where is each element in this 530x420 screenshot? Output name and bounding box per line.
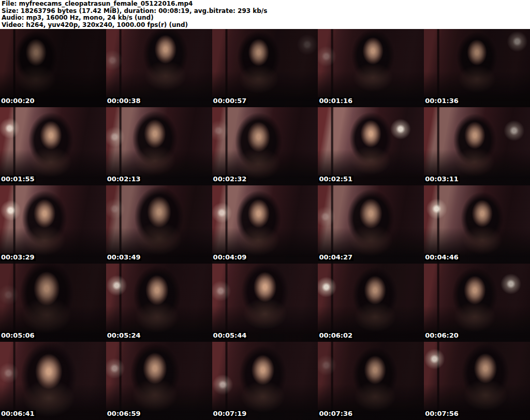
timestamp-label: 00:01:16 xyxy=(318,97,354,105)
thumbnail-image-placeholder xyxy=(0,29,106,107)
video-thumbnail: 00:05:06 xyxy=(0,264,106,342)
thumbnail-image-placeholder xyxy=(212,29,318,107)
video-thumbnail: 00:05:24 xyxy=(106,264,212,342)
thumbnail-image-placeholder xyxy=(424,107,530,185)
timestamp-label: 00:05:24 xyxy=(107,332,142,339)
thumbnail-image-placeholder xyxy=(318,185,424,264)
timestamp-label: 00:04:09 xyxy=(213,254,248,261)
file-name-line: File: myfreecams_cleopatrasun_female_051… xyxy=(2,1,530,8)
video-thumbnail: 00:06:59 xyxy=(106,342,212,420)
thumbnail-image-placeholder xyxy=(424,185,530,264)
video-thumbnail: 00:04:27 xyxy=(318,185,424,264)
thumbnail-image-placeholder xyxy=(318,29,424,107)
timestamp-label: 00:03:29 xyxy=(1,254,36,261)
video-thumbnail: 00:06:41 xyxy=(0,342,106,420)
video-thumbnail: 00:05:44 xyxy=(212,264,318,342)
thumbnail-image-placeholder xyxy=(0,342,106,420)
thumbnail-image-placeholder xyxy=(318,107,424,185)
thumbnail-image-placeholder xyxy=(106,107,212,185)
thumbnail-image-placeholder xyxy=(106,264,212,342)
thumbnail-image-placeholder xyxy=(0,185,106,264)
thumbnail-image-placeholder xyxy=(0,264,106,342)
thumbnail-image-placeholder xyxy=(212,342,318,420)
timestamp-label: 00:03:11 xyxy=(424,176,460,183)
timestamp-label: 00:07:19 xyxy=(213,410,248,417)
video-thumbnail: 00:02:32 xyxy=(212,107,318,185)
video-thumbnail: 00:02:51 xyxy=(318,107,424,185)
timestamp-label: 00:03:49 xyxy=(107,254,142,261)
timestamp-label: 00:02:13 xyxy=(107,176,142,183)
timestamp-label: 00:04:46 xyxy=(424,254,460,261)
video-thumbnail: 00:00:57 xyxy=(212,29,318,107)
thumbnail-image-placeholder xyxy=(106,29,212,107)
video-thumbnail: 00:07:56 xyxy=(424,342,530,420)
timestamp-label: 00:06:20 xyxy=(424,332,460,339)
thumbnail-image-placeholder xyxy=(424,342,530,420)
video-thumbnail: 00:06:02 xyxy=(318,264,424,342)
timestamp-label: 00:06:41 xyxy=(1,410,36,417)
contact-sheet: File: myfreecams_cleopatrasun_female_051… xyxy=(0,0,530,420)
file-size-line: Size: 18263796 bytes (17.42 MiB), durati… xyxy=(2,8,530,15)
timestamp-label: 00:06:59 xyxy=(107,410,142,417)
audio-info-line: Audio: mp3, 16000 Hz, mono, 24 kb/s (und… xyxy=(2,15,530,22)
video-thumbnail: 00:04:46 xyxy=(424,185,530,264)
thumbnail-image-placeholder xyxy=(212,185,318,264)
timestamp-label: 00:05:06 xyxy=(1,332,36,339)
file-info-header: File: myfreecams_cleopatrasun_female_051… xyxy=(0,0,530,29)
timestamp-label: 00:06:02 xyxy=(318,332,354,339)
thumbnail-image-placeholder xyxy=(424,29,530,107)
thumbnail-grid: 00:00:2000:00:3800:00:5700:01:1600:01:36… xyxy=(0,29,530,420)
timestamp-label: 00:02:51 xyxy=(318,176,354,183)
video-thumbnail: 00:00:20 xyxy=(0,29,106,107)
timestamp-label: 00:00:38 xyxy=(107,97,142,105)
video-thumbnail: 00:04:09 xyxy=(212,185,318,264)
video-thumbnail: 00:01:55 xyxy=(0,107,106,185)
thumbnail-image-placeholder xyxy=(106,342,212,420)
video-thumbnail: 00:01:36 xyxy=(424,29,530,107)
timestamp-label: 00:00:57 xyxy=(213,97,248,105)
video-thumbnail: 00:07:36 xyxy=(318,342,424,420)
video-thumbnail: 00:07:19 xyxy=(212,342,318,420)
timestamp-label: 00:02:32 xyxy=(213,176,248,183)
video-thumbnail: 00:00:38 xyxy=(106,29,212,107)
timestamp-label: 00:07:56 xyxy=(424,410,460,417)
video-thumbnail: 00:01:16 xyxy=(318,29,424,107)
timestamp-label: 00:07:36 xyxy=(318,410,354,417)
thumbnail-image-placeholder xyxy=(212,264,318,342)
thumbnail-image-placeholder xyxy=(318,264,424,342)
video-thumbnail: 00:03:29 xyxy=(0,185,106,264)
video-thumbnail: 00:03:11 xyxy=(424,107,530,185)
thumbnail-image-placeholder xyxy=(212,107,318,185)
video-thumbnail: 00:06:20 xyxy=(424,264,530,342)
thumbnail-image-placeholder xyxy=(318,342,424,420)
timestamp-label: 00:05:44 xyxy=(213,332,248,339)
video-info-line: Video: h264, yuv420p, 320x240, 1000.00 f… xyxy=(2,22,530,29)
thumbnail-image-placeholder xyxy=(424,264,530,342)
thumbnail-image-placeholder xyxy=(106,185,212,264)
timestamp-label: 00:00:20 xyxy=(1,97,36,105)
timestamp-label: 00:01:55 xyxy=(1,176,36,183)
timestamp-label: 00:04:27 xyxy=(318,254,354,261)
thumbnail-image-placeholder xyxy=(0,107,106,185)
timestamp-label: 00:01:36 xyxy=(424,97,460,105)
video-thumbnail: 00:03:49 xyxy=(106,185,212,264)
video-thumbnail: 00:02:13 xyxy=(106,107,212,185)
